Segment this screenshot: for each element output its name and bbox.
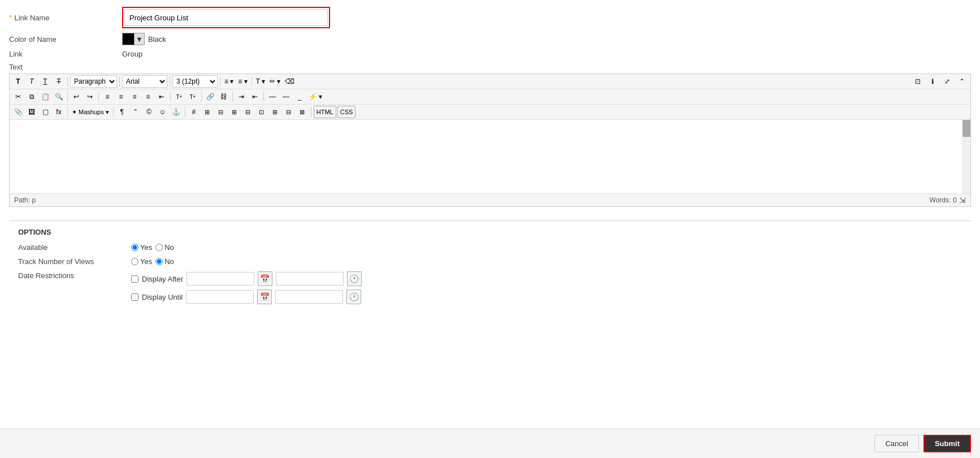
paste-btn[interactable]: 📋: [39, 90, 51, 103]
table-split-btn[interactable]: ⊞: [269, 106, 281, 118]
display-until-checkbox[interactable]: [131, 293, 138, 301]
cancel-button[interactable]: Cancel: [874, 435, 918, 452]
display-until-time-input[interactable]: [275, 290, 343, 304]
toolbar-row-1: T T T T Paragraph Heading 1 Heading 2 He…: [10, 74, 970, 89]
font-select[interactable]: Arial Times New Roman Courier: [122, 75, 167, 88]
strikethrough-btn[interactable]: T: [53, 75, 65, 88]
editor-footer-right: Words: 0 ⇲: [930, 196, 966, 205]
find-btn[interactable]: 🔍: [53, 90, 65, 103]
hr-btn[interactable]: —: [266, 90, 279, 103]
maximize-btn[interactable]: ⊡: [912, 75, 924, 88]
emoji-btn[interactable]: ☺: [157, 106, 169, 118]
available-no-label[interactable]: No: [155, 243, 174, 252]
cut-btn[interactable]: ✂: [12, 90, 24, 103]
available-no-radio[interactable]: [155, 244, 163, 251]
toolbar-right: ⊡ ℹ ⤢ ⌃: [912, 75, 968, 88]
superscript-btn[interactable]: T+: [173, 90, 185, 103]
display-until-clock-btn[interactable]: 🕐: [346, 290, 361, 304]
align-justify-btn[interactable]: ≡: [142, 90, 154, 103]
display-after-line: Display After 📅 🕐: [131, 271, 362, 286]
show-blocks-btn[interactable]: ¶: [116, 106, 128, 118]
underline-btn[interactable]: T: [39, 75, 51, 88]
align-center-btn[interactable]: ≡: [115, 90, 127, 103]
link-insert-btn[interactable]: 🔗: [204, 90, 216, 103]
toolbar-row-3: 📎 🖼 ▢ fx ✦ Mashups ▾ ¶ " © ☺ ⚓ # ⊞ ⊟ ⊞ ⊟…: [10, 105, 970, 120]
fullscreen-btn[interactable]: ⤢: [941, 75, 953, 88]
track-yes-label[interactable]: Yes: [131, 257, 152, 266]
display-after-calendar-btn[interactable]: 📅: [258, 271, 272, 286]
unordered-list-btn[interactable]: ≡ ▾: [223, 75, 235, 88]
css-btn[interactable]: CSS: [337, 106, 356, 118]
sep9: [201, 92, 202, 102]
table-btn[interactable]: #: [188, 106, 200, 118]
table-props-btn[interactable]: ⊟: [283, 106, 295, 118]
track-no-label[interactable]: No: [155, 257, 174, 266]
italic-btn[interactable]: T: [25, 75, 38, 88]
sep13: [113, 107, 114, 117]
undo-btn[interactable]: ↩: [70, 90, 83, 103]
bold-btn[interactable]: T: [12, 75, 24, 88]
sep10: [232, 92, 233, 102]
link-name-label: * Link Name: [9, 13, 122, 22]
submit-button[interactable]: Submit: [923, 435, 971, 452]
subscript-btn[interactable]: T+: [187, 90, 199, 103]
em-dash-btn[interactable]: —: [280, 90, 292, 103]
link-name-input[interactable]: [124, 9, 328, 26]
available-yes-radio[interactable]: [131, 244, 138, 251]
paragraph-select[interactable]: Paragraph Heading 1 Heading 2 Heading 3: [70, 75, 117, 88]
track-yes-radio[interactable]: [131, 258, 138, 265]
display-until-calendar-btn[interactable]: 📅: [257, 290, 272, 304]
ordered-list-btn[interactable]: ≡ ▾: [236, 75, 249, 88]
copyright-btn[interactable]: ©: [143, 106, 155, 118]
display-after-checkbox[interactable]: [131, 275, 138, 283]
resize-handle[interactable]: ⇲: [959, 196, 966, 205]
display-after-date-input[interactable]: [187, 272, 254, 286]
special-char-btn[interactable]: ⚡ ▾: [307, 90, 324, 103]
editor-scrollbar[interactable]: [962, 120, 970, 193]
size-select[interactable]: 1 (8pt) 2 (10pt) 3 (12pt) 4 (14pt) 5 (18…: [172, 75, 218, 88]
font-color-btn[interactable]: T ▾: [254, 75, 267, 88]
table-del-col-btn[interactable]: ⊟: [242, 106, 254, 118]
html-btn[interactable]: HTML: [314, 106, 336, 118]
table-del-row-btn[interactable]: ⊟: [215, 106, 227, 118]
page-footer: Cancel Submit: [0, 429, 980, 458]
image-btn[interactable]: 🖼: [25, 106, 38, 118]
copy-btn[interactable]: ⧉: [25, 90, 38, 103]
link-label: Link: [9, 50, 122, 58]
display-until-date-input[interactable]: [186, 290, 254, 304]
redo-btn[interactable]: ↪: [84, 90, 96, 103]
align-right-btn[interactable]: ≡: [128, 90, 141, 103]
formula-btn[interactable]: fx: [53, 106, 65, 118]
embed-btn[interactable]: ▢: [39, 106, 51, 118]
available-yes-label[interactable]: Yes: [131, 243, 152, 252]
table-add-col-btn[interactable]: ⊞: [228, 106, 241, 118]
collapse-btn[interactable]: ⌃: [956, 75, 968, 88]
display-after-clock-btn[interactable]: 🕐: [347, 271, 362, 286]
indent-left-btn[interactable]: ⇤: [155, 90, 168, 103]
table-merge-btn[interactable]: ⊡: [255, 106, 268, 118]
block-outdent-btn[interactable]: ⇤: [249, 90, 261, 103]
quote-btn[interactable]: ": [129, 106, 142, 118]
unlink-btn[interactable]: ⛓: [218, 90, 230, 103]
anchor-btn[interactable]: ⚓: [170, 106, 183, 118]
mashups-btn[interactable]: ✦ Mashups ▾: [70, 106, 111, 118]
color-picker[interactable]: ▼ Black: [122, 33, 166, 45]
attachment-btn[interactable]: 📎: [12, 106, 24, 118]
editor-body[interactable]: [10, 120, 970, 193]
display-after-time-input[interactable]: [276, 272, 344, 286]
color-swatch: [122, 33, 135, 45]
track-no-radio[interactable]: [155, 258, 163, 265]
cell-merge-btn[interactable]: ⊠: [296, 106, 309, 118]
eraser-btn[interactable]: ⌫: [283, 75, 296, 88]
color-of-name-label: Color of Name: [9, 35, 122, 44]
link-value: Group: [122, 50, 142, 58]
table-add-row-btn[interactable]: ⊞: [201, 106, 214, 118]
space-btn[interactable]: _: [293, 90, 306, 103]
sep1: [67, 76, 68, 87]
highlight-btn[interactable]: ✏ ▾: [268, 75, 282, 88]
color-dropdown-btn[interactable]: ▼: [135, 33, 145, 45]
align-left-btn[interactable]: ≡: [101, 90, 114, 103]
block-indent-btn[interactable]: ⇥: [235, 90, 248, 103]
info-btn[interactable]: ℹ: [926, 75, 939, 88]
available-radio-group: Yes No: [131, 243, 174, 252]
